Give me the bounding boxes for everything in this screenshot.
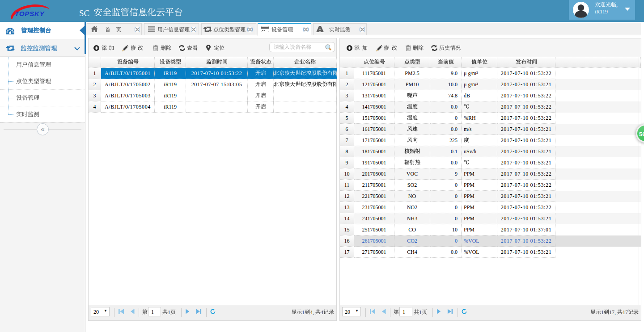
svg-text:TOPSKY: TOPSKY	[15, 10, 45, 17]
